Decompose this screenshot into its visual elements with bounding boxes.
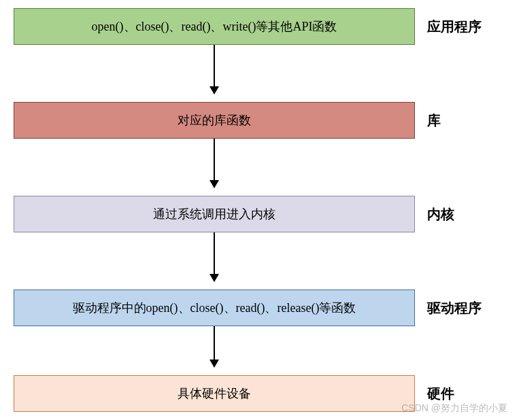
layer-box-text: open()、close()、read()、write()等其他API函数 <box>92 18 337 35</box>
layer-label-library: 库 <box>427 111 441 130</box>
layer-box-driver: 驱动程序中的open()、close()、read()、release()等函数 <box>14 290 415 326</box>
layer-label-driver: 驱动程序 <box>427 299 482 317</box>
layer-label-kernel: 内核 <box>427 205 454 224</box>
layer-box-kernel: 通过系统调用进入内核 <box>14 196 415 232</box>
layered-architecture-diagram: open()、close()、read()、write()等其他API函数 应用… <box>0 0 521 420</box>
arrow-down-icon <box>214 232 215 281</box>
layer-box-library: 对应的库函数 <box>14 102 415 139</box>
arrow-down-icon <box>214 139 215 188</box>
arrow-down-icon <box>214 45 215 94</box>
watermark-text: CSDN @努力自学的小夏 <box>401 402 507 415</box>
layer-label-hardware: 硬件 <box>427 385 454 403</box>
layer-box-text: 具体硬件设备 <box>178 385 251 402</box>
layer-box-text: 通过系统调用进入内核 <box>153 206 275 222</box>
layer-box-application: open()、close()、read()、write()等其他API函数 <box>14 8 415 45</box>
arrow-down-icon <box>214 326 215 367</box>
layer-box-text: 对应的库函数 <box>178 112 251 128</box>
layer-label-application: 应用程序 <box>427 18 482 36</box>
layer-box-hardware: 具体硬件设备 <box>14 375 415 412</box>
layer-box-text: 驱动程序中的open()、close()、read()、release()等函数 <box>73 300 356 316</box>
